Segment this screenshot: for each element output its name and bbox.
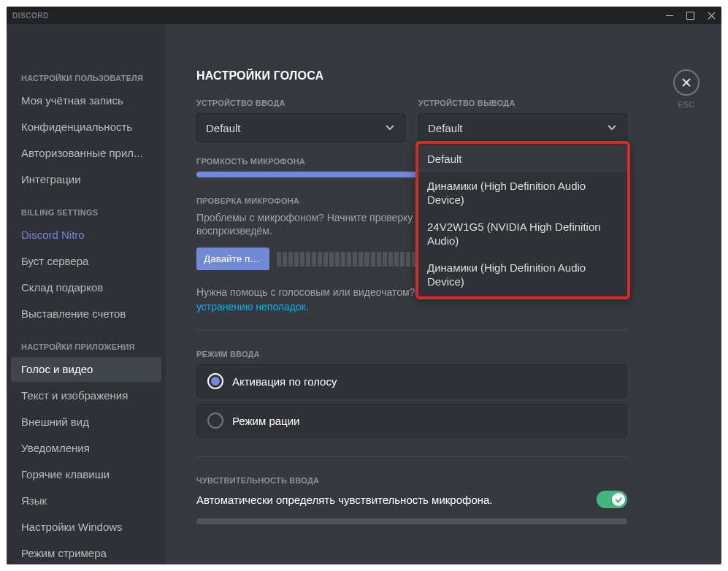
sidebar-item-privacy[interactable]: Конфиденциальность [11,115,161,139]
radio-label: Активация по голосу [232,375,337,388]
sidebar-item-authorized-apps[interactable]: Авторизованные прил... [11,141,161,166]
output-device-dropdown: Default Динамики (High Definition Audio … [415,141,630,299]
window-minimize-button[interactable] [665,12,673,20]
dropdown-option[interactable]: 24V2W1G5 (NVIDIA High Definition Audio) [418,213,627,254]
input-mode-voice-activity[interactable]: Активация по голосу [196,364,627,398]
auto-sensitivity-toggle[interactable] [597,491,627,508]
dropdown-option[interactable]: Динамики (High Definition Audio Device) [418,172,627,213]
input-mode-label: РЕЖИМ ВВОДА [196,350,627,359]
close-settings-button[interactable] [673,69,700,96]
input-mode-push-to-talk[interactable]: Режим рации [196,404,627,437]
sidebar-item-account[interactable]: Моя учётная запись [11,88,161,113]
sidebar-item-server-boost[interactable]: Буст сервера [11,249,161,274]
sidebar-item-keybinds[interactable]: Горячие клавиши [11,462,161,487]
sidebar-section-header: НАСТРОЙКИ ПРИЛОЖЕНИЯ [11,338,161,356]
sidebar-item-gift-inventory[interactable]: Склад подарков [11,275,161,300]
page-title: НАСТРОЙКИ ГОЛОСА [196,69,627,83]
window-close-button[interactable] [708,12,716,20]
output-device-select[interactable]: Default [418,113,627,142]
sensitivity-meter [196,518,627,524]
dropdown-option[interactable]: Динамики (High Definition Audio Device) [418,254,627,295]
window-titlebar: DISCORD [7,7,721,24]
sidebar-section-header: BILLING SETTINGS [11,204,161,221]
input-device-select[interactable]: Default [196,113,405,142]
input-device-label: УСТРОЙСТВО ВВОДА [196,99,405,107]
chevron-down-icon [606,121,618,135]
mic-test-button[interactable]: Давайте пр... [196,248,269,270]
sidebar-item-streamer-mode[interactable]: Режим стримера [11,541,161,564]
sidebar-section-header: НАСТРОЙКИ ПОЛЬЗОВАТЕЛЯ [11,69,161,87]
sidebar-item-windows-settings[interactable]: Настройки Windows [11,515,161,540]
sidebar-item-nitro[interactable]: Discord Nitro [11,223,161,248]
sidebar-item-appearance[interactable]: Внешний вид [11,410,161,434]
dropdown-option[interactable]: Default [418,145,627,172]
output-device-label: УСТРОЙСТВО ВЫВОДА [418,99,627,107]
sidebar-item-text-images[interactable]: Текст и изображения [11,383,161,408]
section-divider [196,456,627,457]
sensitivity-label: ЧУВСТВИТЕЛЬНОСТЬ ВВОДА [196,476,627,485]
settings-content: ESC НАСТРОЙКИ ГОЛОСА УСТРОЙСТВО ВВОДА De… [166,24,721,564]
window-maximize-button[interactable] [686,12,694,20]
sidebar-item-billing[interactable]: Выставление счетов [11,302,161,326]
sidebar-item-language[interactable]: Язык [11,488,161,513]
output-device-value: Default [428,122,463,134]
check-icon [612,493,625,506]
radio-label: Режим рации [232,415,299,427]
radio-icon [207,373,223,389]
input-device-value: Default [206,122,241,134]
radio-icon [207,413,223,429]
settings-sidebar: НАСТРОЙКИ ПОЛЬЗОВАТЕЛЯ Моя учётная запис… [7,24,166,564]
section-divider [196,330,627,331]
sidebar-item-integrations[interactable]: Интеграции [11,167,161,192]
auto-sensitivity-label: Автоматически определять чувствительност… [196,494,588,506]
close-settings-label: ESC [673,100,700,109]
sidebar-item-voice-video[interactable]: Голос и видео [11,357,161,382]
sidebar-item-notifications[interactable]: Уведомления [11,436,161,461]
chevron-down-icon [384,121,396,135]
app-title: DISCORD [12,12,49,20]
